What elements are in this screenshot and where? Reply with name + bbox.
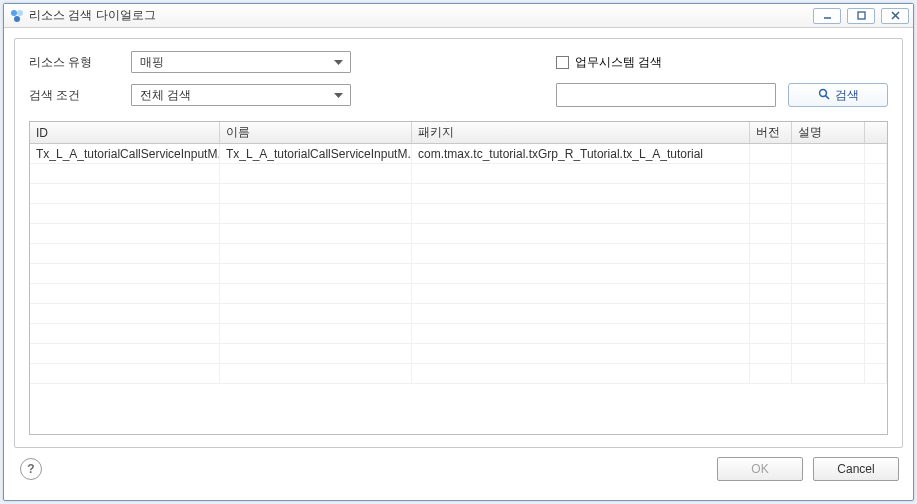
resource-type-label: 리소스 유형 — [29, 54, 119, 71]
svg-point-0 — [11, 10, 17, 16]
table-cell-spacer — [865, 284, 887, 303]
table-cell-spacer — [865, 224, 887, 243]
table-cell-name — [220, 304, 412, 323]
table-row — [30, 304, 887, 324]
table-cell-desc — [792, 264, 865, 283]
biz-system-checkbox[interactable]: 업무시스템 검색 — [556, 54, 776, 71]
column-header-package[interactable]: 패키지 — [412, 122, 750, 143]
table-cell-ver — [750, 204, 792, 223]
table-row — [30, 184, 887, 204]
svg-line-10 — [825, 95, 828, 98]
table-cell-name — [220, 244, 412, 263]
table-cell-id — [30, 244, 220, 263]
table-cell-ver — [750, 364, 792, 383]
ok-button[interactable]: OK — [717, 457, 803, 481]
table-cell-pkg — [412, 264, 750, 283]
table-cell-id — [30, 264, 220, 283]
table-cell-ver — [750, 164, 792, 183]
svg-point-1 — [17, 10, 23, 16]
help-button[interactable]: ? — [20, 458, 42, 480]
table-row — [30, 244, 887, 264]
table-cell-ver — [750, 144, 792, 163]
table-cell-ver — [750, 304, 792, 323]
column-header-id[interactable]: ID — [30, 122, 220, 143]
table-cell-id — [30, 304, 220, 323]
resource-type-value: 매핑 — [140, 54, 164, 71]
table-body: Tx_L_A_tutorialCallServiceInputM...Tx_L_… — [30, 144, 887, 384]
checkbox-box-icon — [556, 56, 569, 69]
column-header-description[interactable]: 설명 — [792, 122, 865, 143]
maximize-button[interactable] — [847, 8, 875, 24]
table-cell-pkg — [412, 364, 750, 383]
biz-system-checkbox-label: 업무시스템 검색 — [575, 54, 662, 71]
table-cell-name — [220, 224, 412, 243]
window-title: 리소스 검색 다이얼로그 — [29, 7, 813, 24]
table-row[interactable]: Tx_L_A_tutorialCallServiceInputM...Tx_L_… — [30, 144, 887, 164]
window-controls — [813, 8, 909, 24]
table-row — [30, 164, 887, 184]
table-cell-name — [220, 324, 412, 343]
table-cell-spacer — [865, 364, 887, 383]
table-cell-desc — [792, 164, 865, 183]
table-row — [30, 264, 887, 284]
table-cell-desc — [792, 344, 865, 363]
ok-button-label: OK — [751, 462, 768, 476]
search-icon — [818, 88, 830, 103]
form-area: 리소스 유형 매핑 업무시스템 검색 검색 조건 전체 검색 — [29, 51, 888, 107]
footer-buttons: OK Cancel — [717, 457, 899, 481]
table-cell-id — [30, 184, 220, 203]
dialog-content: 리소스 유형 매핑 업무시스템 검색 검색 조건 전체 검색 — [4, 28, 913, 500]
table-cell-spacer — [865, 144, 887, 163]
table-cell-id — [30, 204, 220, 223]
dialog-window: 리소스 검색 다이얼로그 리소스 유형 매핑 업무시스템 검색 — [3, 3, 914, 501]
table-cell-pkg — [412, 184, 750, 203]
svg-rect-4 — [858, 12, 865, 19]
table-cell-id: Tx_L_A_tutorialCallServiceInputM... — [30, 144, 220, 163]
column-header-name[interactable]: 이름 — [220, 122, 412, 143]
table-cell-ver — [750, 324, 792, 343]
table-row — [30, 324, 887, 344]
table-cell-id — [30, 224, 220, 243]
svg-point-9 — [819, 89, 826, 96]
search-condition-label: 검색 조건 — [29, 87, 119, 104]
table-cell-desc — [792, 324, 865, 343]
minimize-button[interactable] — [813, 8, 841, 24]
table-cell-id — [30, 164, 220, 183]
table-cell-name — [220, 284, 412, 303]
table-cell-spacer — [865, 204, 887, 223]
help-icon: ? — [27, 462, 34, 476]
table-cell-pkg — [412, 344, 750, 363]
chevron-down-icon — [330, 60, 346, 65]
svg-marker-8 — [334, 93, 343, 98]
resource-type-combo[interactable]: 매핑 — [131, 51, 351, 73]
close-button[interactable] — [881, 8, 909, 24]
search-condition-value: 전체 검색 — [140, 87, 191, 104]
table-cell-desc — [792, 284, 865, 303]
search-input[interactable] — [556, 83, 776, 107]
table-cell-pkg — [412, 224, 750, 243]
table-cell-spacer — [865, 164, 887, 183]
table-cell-name — [220, 344, 412, 363]
table-cell-name — [220, 264, 412, 283]
column-header-version[interactable]: 버전 — [750, 122, 792, 143]
search-condition-combo[interactable]: 전체 검색 — [131, 84, 351, 106]
column-header-spacer — [865, 122, 887, 143]
inner-frame: 리소스 유형 매핑 업무시스템 검색 검색 조건 전체 검색 — [14, 38, 903, 448]
table-cell-desc — [792, 224, 865, 243]
chevron-down-icon — [330, 93, 346, 98]
table-cell-spacer — [865, 304, 887, 323]
table-cell-ver — [750, 284, 792, 303]
table-cell-id — [30, 364, 220, 383]
table-cell-spacer — [865, 184, 887, 203]
table-cell-pkg — [412, 304, 750, 323]
cancel-button[interactable]: Cancel — [813, 457, 899, 481]
table-cell-desc — [792, 364, 865, 383]
table-cell-id — [30, 324, 220, 343]
search-button[interactable]: 검색 — [788, 83, 888, 107]
results-table: ID 이름 패키지 버전 설명 Tx_L_A_tutorialCallServi… — [29, 121, 888, 435]
table-cell-pkg: com.tmax.tc_tutorial.txGrp_R_Tutorial.tx… — [412, 144, 750, 163]
dialog-footer: ? OK Cancel — [14, 448, 903, 490]
app-icon — [10, 9, 24, 23]
table-cell-desc — [792, 204, 865, 223]
table-cell-desc — [792, 244, 865, 263]
